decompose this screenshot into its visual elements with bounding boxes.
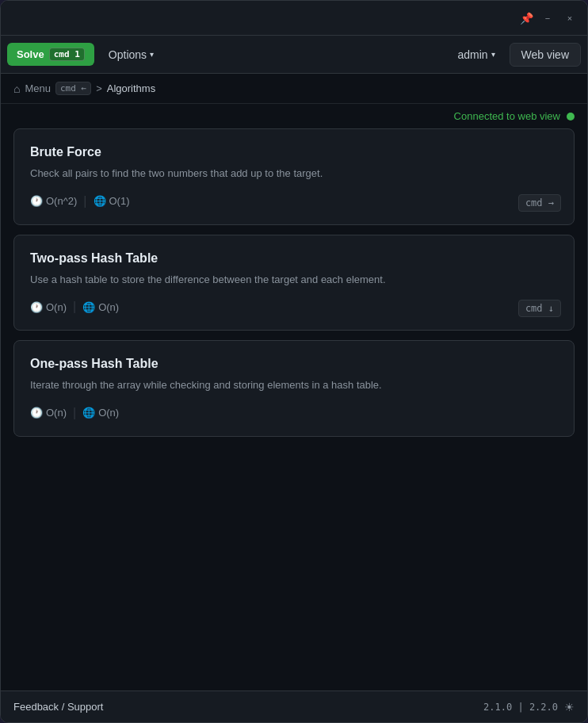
time-complexity-1: 🕐 O(n) — [30, 301, 67, 313]
cmd-badge-1[interactable]: cmd ↓ — [518, 300, 561, 317]
title-bar: 📌 − × — [1, 1, 587, 36]
algo-description-1: Use a hash table to store the difference… — [30, 272, 558, 288]
algo-meta-0: 🕐 O(n^2) | 🌐 O(1) — [30, 194, 558, 208]
clock-icon-0: 🕐 — [30, 195, 43, 207]
title-bar-controls: 📌 − × — [520, 10, 578, 26]
feedback-link[interactable]: Feedback / Support — [13, 701, 103, 713]
cmd-badge-0[interactable]: cmd → — [518, 194, 561, 212]
breadcrumb-current: Algorithms — [107, 82, 155, 94]
clock-icon-1: 🕐 — [30, 301, 43, 313]
time-complexity-value-0: O(n^2) — [46, 195, 77, 207]
algo-description-0: Check all pairs to find the two numbers … — [30, 166, 558, 182]
options-chevron: ▾ — [150, 50, 154, 59]
space-complexity-value-1: O(n) — [98, 301, 119, 313]
pin-icon[interactable]: 📌 — [520, 12, 533, 25]
solve-button[interactable]: Solve cmd 1 — [7, 43, 94, 66]
space-complexity-1: 🌐 O(n) — [82, 301, 119, 313]
algorithms-list: Brute Force Check all pairs to find the … — [1, 128, 587, 690]
solve-kbd: cmd 1 — [49, 48, 85, 61]
webview-button[interactable]: Web view — [510, 43, 581, 67]
meta-sep-0: | — [83, 194, 86, 208]
space-complexity-2: 🌐 O(n) — [82, 407, 119, 419]
algorithm-card-0[interactable]: Brute Force Check all pairs to find the … — [13, 128, 575, 225]
space-icon-1: 🌐 — [82, 301, 95, 313]
connection-bar: Connected to web view — [1, 104, 587, 128]
connection-text: Connected to web view — [454, 110, 560, 122]
space-icon-2: 🌐 — [82, 407, 95, 419]
algo-description-2: Iterate through the array while checking… — [30, 377, 558, 393]
breadcrumb: ⌂ Menu cmd ← > Algorithms — [1, 74, 587, 104]
breadcrumb-separator: > — [96, 82, 102, 94]
space-complexity-value-0: O(1) — [109, 195, 130, 207]
minimize-button[interactable]: − — [540, 10, 556, 26]
algo-meta-2: 🕐 O(n) | 🌐 O(n) — [30, 406, 558, 420]
close-button[interactable]: × — [562, 10, 578, 26]
algorithm-card-2[interactable]: One-pass Hash Table Iterate through the … — [13, 340, 575, 437]
options-label: Options — [109, 48, 147, 61]
connection-dot — [567, 113, 575, 120]
time-complexity-0: 🕐 O(n^2) — [30, 195, 77, 207]
breadcrumb-menu[interactable]: Menu — [25, 82, 51, 94]
meta-sep-2: | — [73, 406, 76, 420]
admin-chevron: ▾ — [491, 50, 495, 59]
options-button[interactable]: Options ▾ — [101, 44, 162, 66]
space-complexity-value-2: O(n) — [98, 407, 119, 419]
algorithm-card-1[interactable]: Two-pass Hash Table Use a hash table to … — [13, 235, 575, 331]
time-complexity-value-1: O(n) — [46, 301, 67, 313]
algo-title-0: Brute Force — [30, 145, 558, 159]
time-complexity-2: 🕐 O(n) — [30, 407, 67, 419]
settings-icon[interactable]: ☀ — [564, 701, 575, 713]
meta-sep-1: | — [73, 300, 76, 314]
algo-title-2: One-pass Hash Table — [30, 357, 558, 371]
version-label: 2.1.0 | 2.2.0 — [483, 702, 558, 713]
home-icon[interactable]: ⌂ — [13, 82, 20, 95]
clock-icon-2: 🕐 — [30, 407, 43, 419]
main-window: 📌 − × Solve cmd 1 Options ▾ admin ▾ Web … — [0, 0, 588, 723]
breadcrumb-cmd[interactable]: cmd ← — [55, 82, 91, 95]
admin-label: admin — [457, 48, 487, 61]
solve-label: Solve — [17, 48, 44, 60]
admin-button[interactable]: admin ▾ — [449, 44, 502, 66]
nav-bar: Solve cmd 1 Options ▾ admin ▾ Web view — [1, 36, 587, 74]
footer: Feedback / Support 2.1.0 | 2.2.0 ☀ — [1, 690, 587, 722]
time-complexity-value-2: O(n) — [46, 407, 67, 419]
space-complexity-0: 🌐 O(1) — [94, 195, 130, 207]
algo-meta-1: 🕐 O(n) | 🌐 O(n) — [30, 300, 558, 314]
algo-title-1: Two-pass Hash Table — [30, 251, 558, 266]
space-icon-0: 🌐 — [94, 195, 106, 207]
